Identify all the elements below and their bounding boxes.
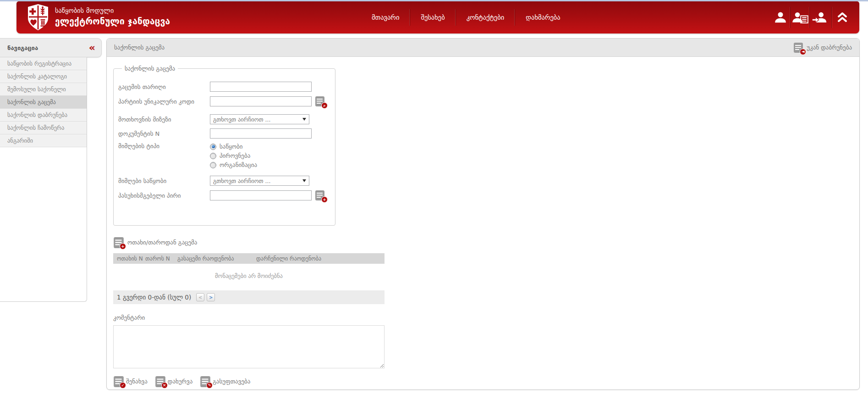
- form-legend: საქონლის გაცემა: [122, 65, 178, 72]
- form-row-batch-code: პარტიის უნიკალური კოდი ⌕: [118, 96, 330, 107]
- header-icon-bar: [771, 1, 850, 33]
- app-title-line1: საწყობის მოდული: [55, 7, 170, 14]
- pagination-bar: 1 გვერდი 0-დან (სულ 0) < >: [113, 290, 385, 304]
- user-icon[interactable]: [771, 7, 790, 28]
- col-remaining-quantity: დარჩენილი რაოდენობა: [256, 256, 385, 262]
- add-room-shelf-issue-button[interactable]: + ოთახი/თაროდან გაცემა: [113, 237, 197, 248]
- close-icon: ✕: [155, 376, 165, 387]
- sidebar-item-goods-writeoff[interactable]: საქონლის ჩამოწერა: [0, 122, 87, 134]
- comment-label: კომენტარი: [113, 314, 859, 321]
- back-icon: ◄: [793, 42, 803, 53]
- sidebar-title: ნავიგაცია: [7, 44, 38, 51]
- clear-icon: ✎: [200, 376, 210, 387]
- sidebar-item-goods-catalog[interactable]: საქონლის კატალოგი: [0, 70, 87, 83]
- form-row-request-reason: მოთხოვნის მიზეზი გთხოვთ აირჩიოთ ...: [118, 114, 330, 124]
- radio-option-person[interactable]: პიროვნება: [210, 152, 257, 159]
- main-nav: მთავარი შესახებ კონტაქტები დახმარება: [361, 1, 571, 33]
- user-logout-icon[interactable]: [809, 7, 829, 28]
- recipient-type-radio-group: საწყობი პიროვნება ორგანიზაცია: [210, 143, 257, 168]
- pagination-next-button[interactable]: >: [207, 293, 215, 301]
- form-actions: ✓ შენახვა ✕ დახურვა ✎ გასუფთავება: [113, 376, 859, 387]
- add-icon: +: [113, 237, 123, 248]
- document-n-input[interactable]: [210, 128, 312, 139]
- radio-person[interactable]: [210, 153, 216, 159]
- nav-item-help[interactable]: დახმარება: [515, 9, 571, 26]
- radio-warehouse[interactable]: [210, 144, 216, 150]
- nav-item-contacts[interactable]: კონტაქტები: [456, 9, 515, 26]
- app-brand: საწყობის მოდული ელექტრონული ჯანდაცვა: [55, 7, 170, 26]
- add-room-shelf-label: ოთახი/თაროდან გაცემა: [127, 239, 197, 246]
- form-row-issue-date: გაცემის თარიღი: [118, 82, 330, 92]
- request-reason-label: მოთხოვნის მიზეზი: [118, 116, 210, 123]
- main-body: საქონლის გაცემა გაცემის თარიღი პარტიის უ…: [107, 57, 859, 387]
- chevron-down-icon: [302, 118, 306, 121]
- sidebar-item-report[interactable]: ანგარიში: [0, 134, 87, 147]
- pagination-prev-button[interactable]: <: [196, 293, 204, 301]
- user-details-icon[interactable]: [790, 7, 809, 28]
- issue-table-header-row: ოთახის N თაროს N გასაცემი რაოდენობა დარჩ…: [113, 253, 385, 264]
- table-empty-message: მონაცემები არ მოიძებნა: [113, 264, 385, 288]
- issue-date-input[interactable]: [210, 82, 312, 92]
- app-header: საწყობის მოდული ელექტრონული ჯანდაცვა მთა…: [16, 1, 859, 33]
- document-n-label: დოკუმენტის N: [118, 130, 210, 137]
- comment-textarea[interactable]: [113, 325, 385, 368]
- app-title-line2: ელექტრონული ჯანდაცვა: [55, 16, 170, 26]
- sidebar-collapse-icon[interactable]: «: [89, 43, 95, 52]
- form-row-recipient-type: მიმღების ტიპი საწყობი პიროვნება ორგანიზა…: [118, 143, 330, 168]
- page-title: საქონლის გაცემა: [114, 44, 165, 51]
- pagination-text: 1 გვერდი 0-დან (სულ 0): [117, 294, 191, 301]
- clear-button[interactable]: ✎ გასუფთავება: [200, 376, 250, 387]
- main-panel-header: საქონლის გაცემა ◄ უკან დაბრუნება: [107, 39, 859, 57]
- save-button[interactable]: ✓ შენახვა: [113, 376, 148, 387]
- col-room-n: ოთახის N: [117, 256, 145, 262]
- nav-item-about[interactable]: შესახებ: [410, 9, 455, 26]
- sidebar-item-incoming-goods[interactable]: შემოსული საქონელი: [0, 83, 87, 96]
- batch-code-label: პარტიის უნიკალური კოდი: [118, 98, 210, 105]
- nav-item-home[interactable]: მთავარი: [361, 9, 410, 26]
- sidebar: საწყობის რეგისტრაცია საქონლის კატალოგი შ…: [0, 57, 87, 302]
- main-panel: საქონლის გაცემა ◄ უკან დაბრუნება საქონლი…: [106, 38, 860, 390]
- sidebar-item-goods-issue[interactable]: საქონლის გაცემა: [0, 96, 87, 109]
- sidebar-item-warehouse-registration[interactable]: საწყობის რეგისტრაცია: [0, 57, 87, 70]
- header-divider: [831, 7, 832, 28]
- issue-date-label: გაცემის თარიღი: [118, 83, 210, 90]
- col-issue-quantity: გასაცემი რაოდენობა: [177, 256, 256, 262]
- form-row-responsible-person: პასუხისმგებელი პირი +: [118, 190, 330, 201]
- radio-option-organization[interactable]: ორგანიზაცია: [210, 161, 257, 168]
- col-shelf-n: თაროს N: [145, 256, 177, 262]
- radio-organization[interactable]: [210, 162, 216, 168]
- form-row-recipient-warehouse: მიმღები საწყობი გთხოვთ აირჩიოთ ...: [118, 176, 330, 186]
- issue-table: ოთახის N თაროს N გასაცემი რაოდენობა დარჩ…: [113, 253, 385, 288]
- form-row-document-n: დოკუმენტის N: [118, 128, 330, 139]
- recipient-warehouse-label: მიმღები საწყობი: [118, 178, 210, 184]
- responsible-person-label: პასუხისმგებელი პირი: [118, 192, 210, 199]
- responsible-person-input[interactable]: [210, 190, 312, 200]
- sidebar-header: ნავიგაცია «: [0, 38, 102, 57]
- goods-issue-form: საქონლის გაცემა გაცემის თარიღი პარტიის უ…: [113, 65, 335, 226]
- batch-code-input[interactable]: [210, 96, 312, 106]
- ministry-shield-logo-icon: [27, 4, 49, 31]
- save-icon: ✓: [113, 376, 123, 387]
- chevron-down-icon: [302, 179, 306, 182]
- back-button-label: უკან დაბრუნება: [807, 44, 852, 51]
- batch-code-search-icon[interactable]: ⌕: [315, 96, 325, 107]
- back-button[interactable]: ◄ უკან დაბრუნება: [793, 42, 852, 53]
- close-button[interactable]: ✕ დახურვა: [155, 376, 192, 387]
- request-reason-select[interactable]: გთხოვთ აირჩიოთ ...: [210, 114, 309, 124]
- responsible-person-add-icon[interactable]: +: [315, 190, 325, 201]
- recipient-warehouse-select[interactable]: გთხოვთ აირჩიოთ ...: [210, 176, 309, 186]
- sidebar-item-goods-return[interactable]: საქონლის დაბრუნება: [0, 109, 87, 122]
- collapse-header-icon[interactable]: [835, 7, 850, 28]
- radio-option-warehouse[interactable]: საწყობი: [210, 143, 257, 150]
- recipient-type-label: მიმღების ტიპი: [118, 143, 210, 150]
